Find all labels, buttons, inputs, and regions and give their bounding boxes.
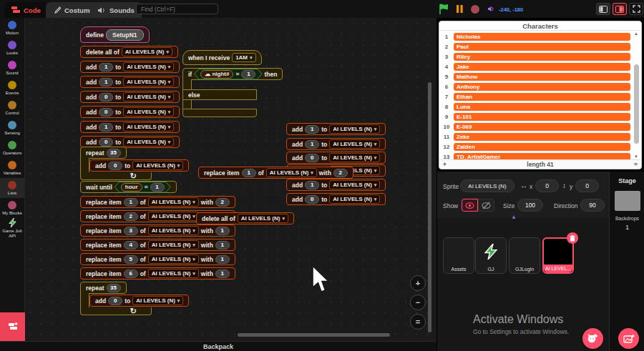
sidebar-item-my-blocks[interactable]: My Blocks <box>0 198 24 218</box>
direction-field[interactable]: 90 <box>580 199 605 212</box>
dropdown-field[interactable]: AI LEVELS (N)▾ <box>329 124 380 134</box>
number-input[interactable]: 0 <box>99 138 113 147</box>
sidebar-item-control[interactable]: Control <box>0 98 24 118</box>
number-input[interactable]: 3 <box>124 227 138 235</box>
number-input[interactable]: 5 <box>124 255 138 264</box>
dropdown-field[interactable]: 1AM▾ <box>232 53 255 62</box>
replace-item-block[interactable]: replace item6ofAI LEVELS (N)▾with1 <box>80 267 235 280</box>
number-input[interactable]: 1 <box>242 169 256 177</box>
repeat-foot[interactable]: ↻ <box>80 172 152 180</box>
dropdown-field[interactable]: AI LEVELS (N)▾ <box>123 62 174 71</box>
add-to-list-block[interactable]: add0toAI LEVELS (N)▾ <box>80 106 180 118</box>
dropdown-field[interactable]: AI LEVELS (N)▾ <box>329 153 380 162</box>
number-input[interactable]: 1 <box>305 140 319 149</box>
tab-sounds[interactable]: Sounds <box>90 2 142 18</box>
wait-until-block[interactable]: wait untilhour=1 <box>80 181 177 193</box>
else-spine[interactable] <box>182 100 192 109</box>
number-input[interactable]: 1 <box>241 70 255 79</box>
sidebar-item-events[interactable]: Events <box>0 78 24 98</box>
number-input[interactable]: 4 <box>124 241 138 249</box>
number-input[interactable]: 1 <box>305 125 319 134</box>
pause-button[interactable] <box>456 3 464 15</box>
add-to-list-block[interactable]: add1toAI LEVELS (N)▾ <box>80 121 180 133</box>
stop-button[interactable] <box>470 3 480 15</box>
dropdown-field[interactable]: AI LEVELS (N)▾ <box>148 197 199 207</box>
sprite-tile-gj[interactable]: GJ <box>475 237 507 274</box>
number-input[interactable]: 6 <box>124 270 138 278</box>
number-input[interactable]: 2 <box>124 212 138 221</box>
number-input[interactable]: 0 <box>108 297 122 305</box>
stage-selector[interactable]: Stage Backdrops 1 <box>609 172 644 351</box>
tab-code[interactable]: Code <box>4 2 48 18</box>
scroll-thumb[interactable] <box>634 64 639 143</box>
dropdown-field[interactable]: AI LEVELS (N)▾ <box>123 107 174 117</box>
y-position-field[interactable]: 0 <box>575 179 599 192</box>
sidebar-item-lists[interactable]: Lists <box>0 178 24 198</box>
fullscreen-button[interactable] <box>629 3 643 15</box>
list-add-item-button[interactable]: + <box>443 161 447 168</box>
hide-sprite-button[interactable] <box>478 199 494 212</box>
dropdown-field[interactable]: AI LEVELS (N)▾ <box>329 180 380 189</box>
large-stage-layout-button[interactable] <box>613 3 627 15</box>
variable-reporter[interactable]: hour <box>121 183 142 192</box>
repeat-spine[interactable] <box>80 158 89 173</box>
list-resize-handle[interactable]: = <box>634 161 638 168</box>
add-to-list-block[interactable]: add0toAI LEVELS (N)▾ <box>286 193 386 205</box>
dropdown-field[interactable]: AI LEVELS (N)▾ <box>132 161 183 170</box>
number-input[interactable]: 35 <box>107 149 121 157</box>
delete-all-block[interactable]: delete all ofAI LEVELS (N)▾ <box>80 46 178 58</box>
if-then-block[interactable]: if☁ night#=1then <box>182 68 283 80</box>
add-sprite-button[interactable] <box>582 328 603 349</box>
add-to-list-block[interactable]: add1toAI LEVELS (N)▾ <box>80 76 180 88</box>
add-to-list-block[interactable]: add1toAI LEVELS (N)▾ <box>286 138 386 150</box>
sprite-tile-gjlogin[interactable]: GJLogin <box>509 237 540 274</box>
number-input[interactable]: 1 <box>215 270 230 278</box>
repeat-block[interactable]: repeat35 <box>80 282 127 294</box>
if-cap[interactable] <box>182 109 257 117</box>
dropdown-field[interactable]: AI LEVELS (N)▾ <box>266 168 317 177</box>
number-input[interactable]: 1 <box>215 255 230 264</box>
dropdown-field[interactable]: AI LEVELS (N)▾ <box>123 77 174 86</box>
replace-item-block[interactable]: replace item3ofAI LEVELS (N)▾with1 <box>80 224 235 237</box>
number-input[interactable]: 0 <box>99 108 113 117</box>
sidebar-item-looks[interactable]: Looks <box>0 38 24 58</box>
add-to-list-block[interactable]: add1toAI LEVELS (N)▾ <box>286 179 386 191</box>
number-input[interactable]: 1 <box>215 241 230 249</box>
number-input[interactable]: 1 <box>99 123 113 132</box>
dropdown-field[interactable]: AI LEVELS (N)▾ <box>132 296 183 305</box>
number-input[interactable]: 2 <box>215 198 230 207</box>
find-input[interactable] <box>136 4 218 14</box>
else-row[interactable]: else <box>182 89 257 100</box>
add-to-list-block[interactable]: add0toAI LEVELS (N)▾ <box>286 152 386 164</box>
delete-all-block-floating[interactable]: delete all ofAI LEVELS (N)▾ <box>196 212 294 224</box>
list-monitor-scrollbar[interactable]: ▲ ▼ <box>633 31 640 159</box>
number-input[interactable]: 0 <box>99 93 113 102</box>
operator-equals-block[interactable]: hour=1 <box>114 182 171 193</box>
sidebar-item-motion[interactable]: Motion <box>0 18 24 38</box>
scroll-down-icon[interactable]: ▼ <box>634 154 638 159</box>
repeat-block[interactable]: repeat35 <box>80 147 127 159</box>
when-i-receive-hat[interactable]: when I receive1AM▾ <box>182 50 262 65</box>
number-input[interactable]: 0 <box>305 154 319 162</box>
dropdown-field[interactable]: AI LEVELS (N)▾ <box>148 226 199 235</box>
list-monitor[interactable]: Characters 1Nicholas2Paul3Riley4Jake5Mat… <box>439 21 642 169</box>
dropdown-field[interactable]: AI LEVELS (N)▾ <box>123 137 174 147</box>
dropdown-field[interactable]: AI LEVELS (N)▾ <box>123 122 174 132</box>
code-workspace[interactable]: + − = defineSetupN1delete all ofAI LEVEL… <box>25 18 436 341</box>
add-to-list-block[interactable]: add1toAI LEVELS (N)▾ <box>286 123 386 135</box>
add-backdrop-button[interactable] <box>618 328 639 349</box>
dropdown-field[interactable]: AI LEVELS (N)▾ <box>122 47 172 56</box>
add-to-list-block[interactable]: add0toAI LEVELS (N)▾ <box>89 159 189 172</box>
sprite-name-field[interactable]: AI LEVELS (N) <box>460 179 514 192</box>
horizontal-scrollbar[interactable] <box>238 333 390 337</box>
add-extension-button[interactable] <box>0 312 25 341</box>
sprite-tile-assets[interactable]: Assets <box>443 237 474 274</box>
number-input[interactable]: 1 <box>124 198 138 207</box>
repeat-foot[interactable]: ↻ <box>80 307 152 315</box>
dropdown-field[interactable]: AI LEVELS (N)▾ <box>238 214 288 223</box>
delete-sprite-button[interactable] <box>567 232 578 244</box>
dropdown-field[interactable]: AI LEVELS (N)▾ <box>148 240 199 249</box>
number-input[interactable]: 1 <box>150 183 165 192</box>
dropdown-field[interactable]: AI LEVELS (N)▾ <box>329 194 380 204</box>
sidebar-item-sensing[interactable]: Sensing <box>0 118 24 138</box>
